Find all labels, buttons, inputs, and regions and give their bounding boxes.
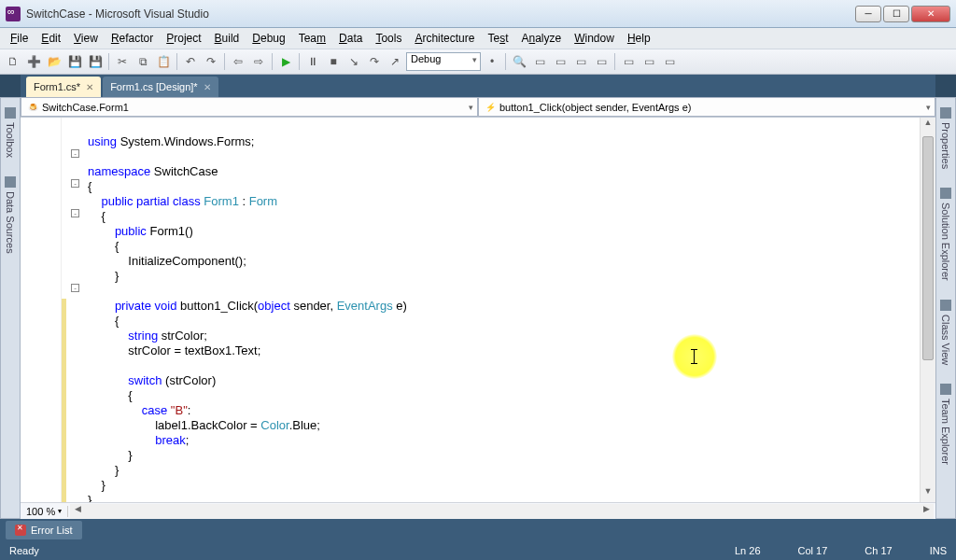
redo-button[interactable]: ↷: [202, 52, 220, 71]
menu-tools[interactable]: Tools: [369, 30, 408, 47]
menu-refactor[interactable]: Refactor: [105, 30, 160, 47]
tab-form1-design[interactable]: Form1.cs [Design]* ✕: [103, 77, 218, 97]
copy-button[interactable]: ⧉: [134, 52, 152, 71]
class-view-tab[interactable]: Class View: [938, 294, 953, 371]
menu-file[interactable]: File: [4, 30, 35, 47]
datasources-tab[interactable]: Data Sources: [3, 171, 18, 259]
scroll-left-icon[interactable]: ◀: [70, 504, 85, 519]
tabwell-left: [0, 75, 21, 97]
error-list-label: Error List: [31, 525, 73, 536]
tool-button[interactable]: ▭: [571, 52, 590, 71]
solution-explorer-tab[interactable]: Solution Explorer: [938, 182, 953, 287]
status-ready: Ready: [9, 545, 39, 556]
toolbar-sep: [505, 53, 506, 70]
toolbox-tab[interactable]: Toolbox: [3, 102, 18, 163]
text-caret-icon: [694, 349, 695, 364]
scroll-down-icon[interactable]: ▼: [921, 486, 935, 502]
menu-data[interactable]: Data: [332, 30, 369, 47]
close-icon[interactable]: ✕: [86, 82, 93, 92]
stop-button[interactable]: ■: [324, 52, 343, 71]
find-button[interactable]: 🔍: [510, 52, 528, 71]
menu-edit[interactable]: Edit: [35, 30, 67, 47]
nav-fwd-button[interactable]: ⇨: [249, 52, 268, 71]
close-button[interactable]: ✕: [911, 6, 950, 22]
scroll-right-icon[interactable]: ▶: [919, 504, 934, 519]
toolbar-sep: [224, 53, 225, 70]
tool-button[interactable]: •: [483, 52, 501, 71]
scroll-up-icon[interactable]: ▲: [921, 118, 935, 133]
config-combo[interactable]: Debug: [406, 52, 481, 71]
fold-toggle[interactable]: -: [71, 179, 79, 188]
status-col: Col 17: [798, 545, 828, 556]
menu-analyze[interactable]: Analyze: [514, 30, 568, 47]
step-out-button[interactable]: ↗: [386, 52, 404, 71]
tool-button[interactable]: ▭: [592, 52, 611, 71]
cut-button[interactable]: ✂: [113, 52, 132, 71]
fold-toggle[interactable]: -: [71, 149, 79, 158]
paste-button[interactable]: 📋: [154, 52, 173, 71]
type-nav-combo[interactable]: 🍮 SwitchCase.Form1: [21, 97, 478, 117]
document-tab-bar: Form1.cs* ✕ Form1.cs [Design]* ✕: [0, 75, 956, 97]
gutter: [21, 118, 62, 502]
nav-back-button[interactable]: ⇦: [229, 52, 247, 71]
class-icon: 🍮: [27, 102, 38, 113]
menu-build[interactable]: Build: [208, 30, 246, 47]
toolbar-sep: [108, 53, 109, 70]
save-all-button[interactable]: 💾: [86, 52, 105, 71]
menu-help[interactable]: Help: [621, 30, 657, 47]
window-title: SwitchCase - Microsoft Visual Studio: [26, 7, 855, 21]
scroll-thumb[interactable]: [922, 136, 934, 360]
new-project-button[interactable]: 🗋: [4, 52, 22, 71]
close-icon[interactable]: ✕: [204, 82, 211, 92]
wrench-icon: [940, 107, 951, 119]
tool-button[interactable]: ▭: [619, 52, 638, 71]
menu-architecture[interactable]: Architecture: [408, 30, 481, 47]
minimize-button[interactable]: ─: [855, 6, 881, 22]
step-over-button[interactable]: ↷: [365, 52, 384, 71]
team-icon: [940, 384, 951, 395]
menu-bar: File Edit View Refactor Project Build De…: [0, 28, 956, 49]
tool-button[interactable]: ▭: [640, 52, 658, 71]
tab-label: Form1.cs [Design]*: [110, 81, 198, 92]
break-button[interactable]: ⏸: [303, 52, 322, 71]
menu-debug[interactable]: Debug: [246, 30, 291, 47]
horizontal-scrollbar[interactable]: ◀ ▶: [70, 504, 934, 519]
team-explorer-tab[interactable]: Team Explorer: [938, 378, 953, 470]
database-icon: [5, 176, 16, 188]
tab-form1-cs[interactable]: Form1.cs* ✕: [26, 77, 101, 97]
code-area[interactable]: using System.Windows.Forms; namespace Sw…: [21, 118, 935, 502]
vertical-scrollbar[interactable]: ▲ ▼: [920, 118, 935, 502]
undo-button[interactable]: ↶: [181, 52, 200, 71]
menu-project[interactable]: Project: [160, 30, 207, 47]
save-button[interactable]: 💾: [65, 52, 84, 71]
menu-window[interactable]: Window: [568, 30, 621, 47]
right-dock: Properties Solution Explorer Class View …: [935, 97, 956, 519]
fold-toggle[interactable]: -: [71, 209, 79, 217]
tool-button[interactable]: ▭: [551, 52, 569, 71]
member-nav-label: button1_Click(object sender, EventArgs e…: [499, 102, 691, 113]
toolbar-sep: [614, 53, 615, 70]
step-into-button[interactable]: ↘: [344, 52, 363, 71]
menu-team[interactable]: Team: [292, 30, 332, 47]
vs-icon: [6, 7, 21, 21]
class-icon: [940, 300, 951, 311]
add-item-button[interactable]: ➕: [24, 52, 43, 71]
bottom-dock: Error List: [0, 519, 956, 541]
tool-button[interactable]: ▭: [660, 52, 679, 71]
menu-view[interactable]: View: [67, 30, 105, 47]
status-ins: INS: [930, 545, 947, 556]
error-list-tab[interactable]: Error List: [6, 521, 82, 539]
properties-tab[interactable]: Properties: [938, 102, 953, 175]
member-nav-combo[interactable]: ⚡ button1_Click(object sender, EventArgs…: [478, 97, 935, 117]
status-bar: Ready Ln 26 Col 17 Ch 17 INS: [0, 541, 956, 560]
code-text[interactable]: using System.Windows.Forms; namespace Sw…: [62, 118, 920, 502]
status-ch: Ch 17: [865, 545, 892, 556]
open-button[interactable]: 📂: [45, 52, 63, 71]
fold-toggle[interactable]: -: [71, 284, 79, 292]
zoom-combo[interactable]: 100 %▾: [21, 506, 68, 517]
tool-button[interactable]: ▭: [530, 52, 549, 71]
start-button[interactable]: ▶: [276, 52, 295, 71]
toolbar-sep: [299, 53, 300, 70]
menu-test[interactable]: Test: [481, 30, 514, 47]
maximize-button[interactable]: ☐: [883, 6, 909, 22]
